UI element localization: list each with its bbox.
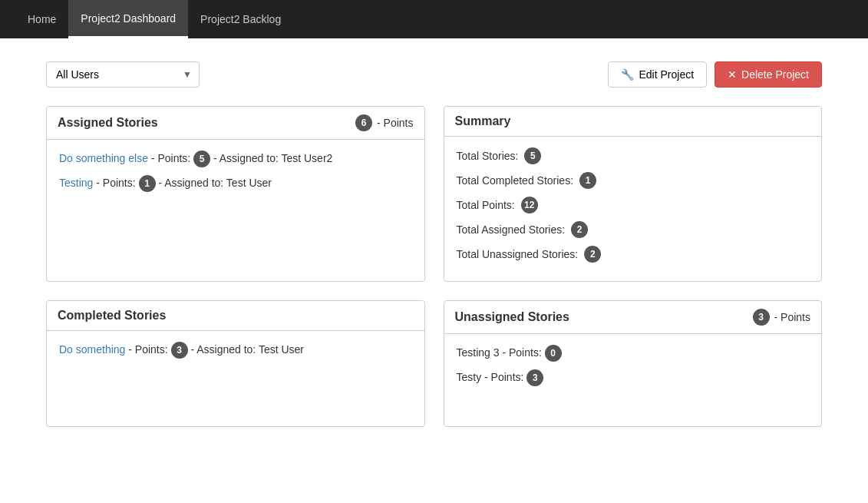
delete-project-button[interactable]: ✕ Delete Project	[715, 61, 822, 88]
list-item: Testy - Points: 3	[457, 369, 810, 386]
user-select[interactable]: All Users Test User Test User2	[46, 61, 200, 88]
unassigned-stories-title: Unassigned Stories	[455, 310, 569, 324]
toolbar-row: All Users Test User Test User2 ▼ 🔧 Edit …	[46, 61, 822, 88]
assigned-stories-body: Do something else - Points: 5 - Assigned…	[47, 140, 424, 232]
unassigned-stories-points-badge: 3	[753, 309, 770, 326]
summary-row-total-stories: Total Stories: 5	[457, 147, 810, 164]
dashboard-grid: Assigned Stories 6 - Points Do something…	[46, 106, 822, 427]
assigned-stories-points: 6 - Points	[355, 114, 413, 131]
summary-row-total-completed: Total Completed Stories: 1	[457, 172, 810, 189]
total-unassigned-badge: 2	[584, 246, 601, 263]
list-item: Testing 3 - Points: 0	[457, 345, 810, 362]
completed-stories-title: Completed Stories	[58, 309, 166, 323]
unassigned-stories-panel: Unassigned Stories 3 - Points Testing 3 …	[444, 300, 823, 427]
completed-stories-panel: Completed Stories Do something - Points:…	[46, 300, 425, 427]
times-icon: ✕	[728, 68, 737, 81]
total-stories-badge: 5	[524, 147, 541, 164]
summary-row-total-unassigned: Total Unassigned Stories: 2	[457, 246, 810, 263]
assigned-stories-points-badge: 6	[355, 114, 372, 131]
toolbar-buttons: 🔧 Edit Project ✕ Delete Project	[608, 61, 822, 88]
total-assigned-badge: 2	[571, 221, 588, 238]
total-points-badge: 12	[521, 197, 538, 213]
completed-stories-header: Completed Stories	[47, 301, 424, 331]
list-item: Do something else - Points: 5 - Assigned…	[59, 151, 412, 167]
unassigned-stories-points-label: - Points	[774, 311, 810, 323]
unassigned-stories-body: Testing 3 - Points: 0 Testy - Points: 3	[444, 334, 822, 426]
summary-title: Summary	[455, 114, 511, 128]
assigned-stories-title: Assigned Stories	[58, 116, 158, 130]
summary-row-total-assigned: Total Assigned Stories: 2	[457, 221, 810, 238]
summary-header: Summary	[444, 107, 822, 137]
story-link-testing[interactable]: Testing	[59, 177, 93, 189]
list-item: Do something - Points: 3 - Assigned to: …	[59, 342, 412, 359]
list-item: Testing - Points: 1 - Assigned to: Test …	[59, 175, 412, 192]
unassigned-points-badge-0: 0	[545, 345, 562, 362]
total-completed-badge: 1	[579, 172, 596, 189]
nav-home[interactable]: Home	[15, 0, 68, 38]
navbar: Home Project2 Dashboard Project2 Backlog	[0, 0, 868, 38]
unassigned-stories-header: Unassigned Stories 3 - Points	[444, 301, 822, 334]
assigned-stories-points-label: - Points	[377, 117, 413, 129]
story-points-badge-5: 5	[193, 151, 210, 167]
assigned-stories-header: Assigned Stories 6 - Points	[47, 107, 424, 140]
main-content: All Users Test User Test User2 ▼ 🔧 Edit …	[0, 38, 868, 450]
nav-project2-backlog[interactable]: Project2 Backlog	[188, 0, 293, 38]
summary-body: Total Stories: 5 Total Completed Stories…	[444, 137, 822, 281]
nav-project2-dashboard[interactable]: Project2 Dashboard	[68, 0, 188, 38]
edit-project-button[interactable]: 🔧 Edit Project	[608, 61, 707, 88]
summary-panel: Summary Total Stories: 5 Total Completed…	[444, 106, 823, 282]
assigned-stories-panel: Assigned Stories 6 - Points Do something…	[46, 106, 425, 282]
summary-row-total-points: Total Points: 12	[457, 197, 810, 213]
story-points-badge-1: 1	[139, 175, 156, 192]
unassigned-points-badge-3: 3	[526, 369, 543, 386]
story-link-do-something[interactable]: Do something	[59, 343, 125, 356]
completed-stories-body: Do something - Points: 3 - Assigned to: …	[47, 331, 424, 423]
story-link-do-something-else[interactable]: Do something else	[59, 152, 148, 164]
user-select-wrapper: All Users Test User Test User2 ▼	[46, 61, 200, 88]
unassigned-stories-points: 3 - Points	[753, 309, 810, 326]
wrench-icon: 🔧	[621, 68, 634, 81]
story-points-badge-3: 3	[171, 342, 188, 359]
